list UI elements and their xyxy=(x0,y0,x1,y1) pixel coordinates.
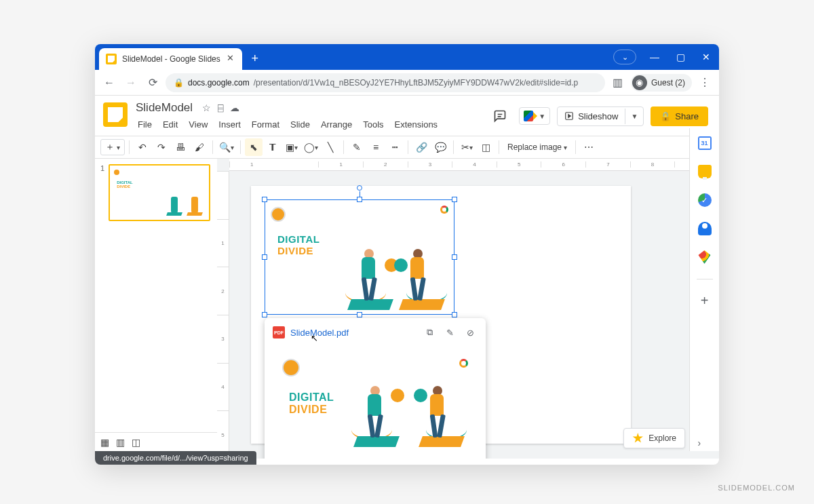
slide-canvas[interactable]: DIGITALDIVIDE PDF xyxy=(251,186,631,444)
comment-button[interactable]: 💬 xyxy=(431,138,449,156)
menu-slide[interactable]: Slide xyxy=(286,117,315,132)
link-owner-text: You are the owner xyxy=(265,455,486,459)
reading-list-icon[interactable]: ▥ xyxy=(609,74,627,92)
selection-box[interactable]: DIGITALDIVIDE xyxy=(265,199,454,315)
meet-button[interactable]: ▼ xyxy=(519,107,550,125)
canvas-area[interactable]: 1123456789 12345 DIGITALDIVID xyxy=(217,159,719,459)
thumbnail-content: DIGITALDIVIDE xyxy=(113,168,206,217)
menu-arrange[interactable]: Arrange xyxy=(316,117,357,132)
link-filename[interactable]: SlideModel.pdf ↖ xyxy=(290,328,416,338)
slides-logo-icon[interactable] xyxy=(103,102,128,127)
menu-edit[interactable]: Edit xyxy=(158,117,182,132)
remove-link-button[interactable]: ⊘ xyxy=(463,325,478,340)
share-button[interactable]: 🔒 Share xyxy=(651,106,708,126)
crop-button[interactable]: ✂▾ xyxy=(458,138,476,156)
new-tab-button[interactable]: + xyxy=(246,50,264,68)
rotate-handle[interactable] xyxy=(357,185,362,191)
side-panel-rail: + › xyxy=(689,128,719,451)
border-dash-button[interactable]: ┅ xyxy=(386,138,404,156)
line-tool[interactable]: ╲ xyxy=(322,138,339,156)
forward-button[interactable]: → xyxy=(122,74,140,92)
chrome-menu-button[interactable]: ⋮ xyxy=(696,74,714,92)
url-domain: docs.google.com xyxy=(188,78,250,88)
hide-panel-button[interactable]: › xyxy=(698,438,712,451)
browser-tab[interactable]: SlideModel - Google Slides ✕ xyxy=(99,48,242,70)
redo-button[interactable]: ↷ xyxy=(153,138,170,156)
calendar-icon[interactable] xyxy=(698,136,712,150)
move-icon[interactable]: ⌸ xyxy=(218,102,223,113)
filmstrip-toggle[interactable]: ◫ xyxy=(132,437,140,448)
link-button[interactable]: 🔗 xyxy=(412,138,430,156)
print-button[interactable]: 🖶 xyxy=(172,138,189,156)
tab-title: SlideModel - Google Slides xyxy=(122,54,220,64)
share-label: Share xyxy=(675,111,699,121)
contacts-icon[interactable] xyxy=(698,222,712,235)
more-tools-button[interactable]: ⋯ xyxy=(580,138,598,156)
slide-image: DIGITALDIVIDE xyxy=(265,200,454,314)
star-icon[interactable]: ☆ xyxy=(202,102,211,113)
url-path: /presentation/d/1Vw1q_nBESOyJ2YE7HhyLftB… xyxy=(254,78,579,88)
undo-button[interactable]: ↶ xyxy=(134,138,151,156)
tasks-icon[interactable] xyxy=(698,193,712,207)
document-title[interactable]: SlideModel xyxy=(133,100,195,116)
minimize-button[interactable]: ― xyxy=(642,47,667,67)
menu-format[interactable]: Format xyxy=(247,117,284,132)
browser-window: SlideModel - Google Slides ✕ + ⌄ ― ▢ ✕ ←… xyxy=(95,44,719,465)
window-controls: ⌄ ― ▢ ✕ xyxy=(613,44,719,70)
filmstrip-view-button[interactable]: ▥ xyxy=(116,437,125,448)
image-tool[interactable]: ▣▾ xyxy=(283,138,301,156)
url-input[interactable]: 🔒 docs.google.com/presentation/d/1Vw1q_n… xyxy=(166,73,605,92)
workspace: 1 DIGITALDIVIDE 1123456789 12345 xyxy=(95,159,719,459)
menu-insert[interactable]: Insert xyxy=(214,117,246,132)
explore-button[interactable]: Explore xyxy=(623,428,685,448)
grid-view-button[interactable]: ▦ xyxy=(100,437,109,448)
comments-button[interactable] xyxy=(488,104,512,128)
border-color-button[interactable]: ✎ xyxy=(348,138,366,156)
mask-button[interactable]: ◫ xyxy=(477,138,495,156)
profile-label: Guest (2) xyxy=(651,78,685,88)
profile-button[interactable]: ◉ Guest (2) xyxy=(631,74,692,92)
paint-format-button[interactable]: 🖌 xyxy=(191,138,208,156)
menu-extensions[interactable]: Extensions xyxy=(390,117,443,132)
new-slide-button[interactable]: ＋▾ xyxy=(100,139,125,155)
lock-icon: 🔒 xyxy=(174,78,184,88)
address-bar: ← → ⟳ 🔒 docs.google.com/presentation/d/1… xyxy=(95,70,719,96)
replace-image-button[interactable]: Replace image▾ xyxy=(503,138,571,156)
horizontal-ruler: 1123456789 xyxy=(229,159,719,171)
shape-tool[interactable]: ◯▾ xyxy=(302,138,320,156)
lock-icon: 🔒 xyxy=(660,111,671,121)
caret-down-icon: ▼ xyxy=(539,113,545,120)
slideshow-dropdown[interactable]: ▼ xyxy=(625,109,643,124)
link-preview-thumb[interactable]: DIGITALDIVIDE xyxy=(265,347,486,455)
watermark: SLIDEMODEL.COM xyxy=(718,484,795,492)
toolbar: ＋▾ ↶ ↷ 🖶 🖌 🔍▾ ⬉ 𝗧 ▣▾ ◯▾ ╲ ✎ ≡ ┅ 🔗 💬 ✂▾ ◫… xyxy=(95,136,719,159)
zoom-button[interactable]: 🔍▾ xyxy=(217,138,236,156)
copy-link-button[interactable]: ⧉ xyxy=(422,325,437,340)
svg-marker-3 xyxy=(568,115,571,118)
maximize-button[interactable]: ▢ xyxy=(667,47,693,67)
cursor-icon: ↖ xyxy=(311,333,318,343)
menubar: FileEditViewInsertFormatSlideArrangeTool… xyxy=(133,117,482,132)
guest-avatar-icon: ◉ xyxy=(632,75,647,90)
border-weight-button[interactable]: ≡ xyxy=(367,138,385,156)
reload-button[interactable]: ⟳ xyxy=(144,74,161,92)
tab-search-button[interactable]: ⌄ xyxy=(613,50,636,64)
slide-thumbnail[interactable]: DIGITALDIVIDE xyxy=(109,164,210,221)
cloud-status-icon[interactable]: ☁ xyxy=(230,102,239,113)
slideshow-button[interactable]: Slideshow ▼ xyxy=(557,106,644,126)
pdf-badge-icon: PDF xyxy=(273,326,285,338)
select-tool[interactable]: ⬉ xyxy=(245,138,263,156)
close-window-button[interactable]: ✕ xyxy=(693,47,719,67)
maps-icon[interactable] xyxy=(698,250,712,264)
back-button[interactable]: ← xyxy=(100,74,118,92)
keep-icon[interactable] xyxy=(698,165,712,178)
menu-tools[interactable]: Tools xyxy=(358,117,388,132)
play-icon xyxy=(564,111,574,121)
menu-view[interactable]: View xyxy=(184,117,212,132)
addons-button[interactable]: + xyxy=(698,294,712,308)
edit-link-button[interactable]: ✎ xyxy=(442,325,457,340)
menu-file[interactable]: File xyxy=(133,117,157,132)
tab-close-button[interactable]: ✕ xyxy=(226,54,235,64)
slide-number: 1 xyxy=(100,164,104,221)
textbox-tool[interactable]: 𝗧 xyxy=(264,138,282,156)
